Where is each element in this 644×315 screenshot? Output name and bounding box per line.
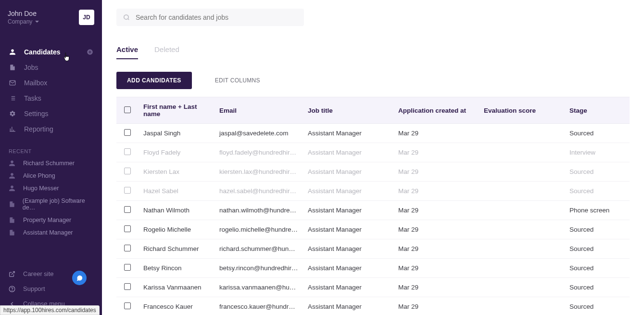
row-checkbox[interactable] bbox=[124, 168, 131, 174]
avatar[interactable]: JD bbox=[79, 10, 94, 25]
sidebar-item-candidates[interactable]: Candidates bbox=[0, 44, 102, 60]
sidebar-item-jobs[interactable]: Jobs bbox=[0, 60, 102, 75]
row-checkbox-cell bbox=[116, 297, 139, 315]
cell-job[interactable]: Assistant Manager bbox=[303, 162, 393, 182]
table-row[interactable]: Karissa Vanmaanen karissa.vanmaanen@hund… bbox=[116, 278, 630, 297]
cell-job[interactable]: Assistant Manager bbox=[303, 297, 393, 315]
cell-name[interactable]: Floyd Fadely bbox=[139, 143, 215, 162]
cell-email[interactable]: hazel.sabel@hundredhires.… bbox=[215, 182, 303, 201]
table-row[interactable]: Rogelio Michelle rogelio.michelle@hundre… bbox=[116, 220, 630, 239]
mail-icon bbox=[9, 79, 16, 86]
row-checkbox[interactable] bbox=[124, 264, 131, 271]
cell-job[interactable]: Assistant Manager bbox=[303, 278, 393, 297]
cell-name[interactable]: Hazel Sabel bbox=[139, 182, 215, 201]
sidebar-item-settings[interactable]: Settings bbox=[0, 106, 102, 121]
add-candidates-button[interactable]: ADD CANDIDATES bbox=[116, 72, 192, 89]
col-email[interactable]: Email bbox=[215, 97, 303, 124]
cell-job[interactable]: Assistant Manager bbox=[303, 201, 393, 220]
cell-name[interactable]: Nathan Wilmoth bbox=[139, 201, 215, 220]
cell-email[interactable]: betsy.rincon@hundredhire… bbox=[215, 259, 303, 278]
cell-job[interactable]: Assistant Manager bbox=[303, 220, 393, 239]
table-row[interactable]: Francesco Kauer francesco.kauer@hundred…… bbox=[116, 297, 630, 315]
search-box[interactable] bbox=[116, 9, 304, 26]
actions-bar: ADD CANDIDATES EDIT COLUMNS bbox=[102, 59, 644, 97]
table-row[interactable]: Jaspal Singh jaspal@savedelete.com Assis… bbox=[116, 124, 630, 143]
col-eval[interactable]: Evaluation score bbox=[479, 97, 565, 124]
cell-name[interactable]: Betsy Rincon bbox=[139, 259, 215, 278]
career-site-link[interactable]: Career site bbox=[0, 266, 102, 281]
table-row[interactable]: Nathan Wilmoth nathan.wilmoth@hundred… A… bbox=[116, 201, 630, 220]
row-checkbox[interactable] bbox=[124, 187, 131, 194]
sidebar-item-tasks[interactable]: Tasks bbox=[0, 91, 102, 106]
cell-job[interactable]: Assistant Manager bbox=[303, 239, 393, 259]
sidebar-item-mailbox[interactable]: Mailbox bbox=[0, 75, 102, 91]
row-checkbox[interactable] bbox=[124, 283, 131, 290]
chat-widget[interactable] bbox=[72, 271, 87, 285]
file-icon bbox=[9, 229, 16, 236]
select-all-checkbox[interactable] bbox=[124, 106, 131, 113]
cell-email[interactable]: rogelio.michelle@hundred… bbox=[215, 220, 303, 239]
cell-eval bbox=[479, 182, 565, 201]
tab-active[interactable]: Active bbox=[116, 45, 138, 59]
row-checkbox[interactable] bbox=[124, 245, 131, 251]
row-checkbox[interactable] bbox=[124, 148, 131, 155]
cell-name[interactable]: Kiersten Lax bbox=[139, 162, 215, 182]
row-checkbox[interactable] bbox=[124, 225, 131, 232]
cell-name[interactable]: Karissa Vanmaanen bbox=[139, 278, 215, 297]
cell-email[interactable]: floyd.fadely@hundredhire… bbox=[215, 143, 303, 162]
add-icon[interactable] bbox=[87, 49, 93, 55]
cell-date: Mar 29 bbox=[393, 182, 479, 201]
col-date[interactable]: Application created at bbox=[393, 97, 479, 124]
user-icon bbox=[9, 160, 16, 167]
recent-item[interactable]: Richard Schummer bbox=[0, 157, 102, 170]
cell-job[interactable]: Assistant Manager bbox=[303, 182, 393, 201]
table-row[interactable]: Richard Schummer richard.schummer@hundr…… bbox=[116, 239, 630, 259]
col-stage[interactable]: Stage bbox=[565, 97, 630, 124]
recent-item[interactable]: Assistant Manager bbox=[0, 226, 102, 239]
bar-chart-icon bbox=[9, 126, 16, 132]
cell-stage: Interview bbox=[565, 143, 630, 162]
row-checkbox[interactable] bbox=[124, 302, 131, 309]
table-row[interactable]: Kiersten Lax kiersten.lax@hundredhires… … bbox=[116, 162, 630, 182]
cell-job[interactable]: Assistant Manager bbox=[303, 259, 393, 278]
cell-job[interactable]: Assistant Manager bbox=[303, 124, 393, 143]
recent-item[interactable]: Property Manager bbox=[0, 214, 102, 226]
cell-name[interactable]: Richard Schummer bbox=[139, 239, 215, 259]
file-icon bbox=[9, 64, 16, 71]
recent-item[interactable]: (Example job) Software de… bbox=[0, 195, 102, 214]
row-checkbox-cell bbox=[116, 124, 139, 143]
cell-date: Mar 29 bbox=[393, 297, 479, 315]
cell-email[interactable]: nathan.wilmoth@hundred… bbox=[215, 201, 303, 220]
tab-deleted[interactable]: Deleted bbox=[154, 45, 179, 59]
col-name[interactable]: First name + Last name bbox=[139, 97, 215, 124]
user-company-dropdown[interactable]: Company bbox=[8, 18, 39, 25]
cell-email[interactable]: kiersten.lax@hundredhires… bbox=[215, 162, 303, 182]
list-icon bbox=[9, 95, 16, 102]
table-row[interactable]: Floyd Fadely floyd.fadely@hundredhire… A… bbox=[116, 143, 630, 162]
recent-item[interactable]: Hugo Messer bbox=[0, 182, 102, 195]
user-info[interactable]: John Doe Company bbox=[8, 10, 39, 25]
cell-job[interactable]: Assistant Manager bbox=[303, 143, 393, 162]
cell-eval bbox=[479, 278, 565, 297]
candidates-table: First name + Last name Email Job title A… bbox=[116, 97, 630, 315]
table-row[interactable]: Hazel Sabel hazel.sabel@hundredhires.… A… bbox=[116, 182, 630, 201]
cell-email[interactable]: richard.schummer@hundr… bbox=[215, 239, 303, 259]
cell-stage: Sourced bbox=[565, 124, 630, 143]
row-checkbox-cell bbox=[116, 239, 139, 259]
cell-email[interactable]: jaspal@savedelete.com bbox=[215, 124, 303, 143]
col-job[interactable]: Job title bbox=[303, 97, 393, 124]
cell-email[interactable]: karissa.vanmaanen@hund… bbox=[215, 278, 303, 297]
edit-columns-button[interactable]: EDIT COLUMNS bbox=[215, 77, 260, 84]
row-checkbox[interactable] bbox=[124, 129, 131, 136]
sidebar-item-reporting[interactable]: Reporting bbox=[0, 121, 102, 137]
row-checkbox[interactable] bbox=[124, 206, 131, 213]
cell-email[interactable]: francesco.kauer@hundred… bbox=[215, 297, 303, 315]
table-row[interactable]: Betsy Rincon betsy.rincon@hundredhire… A… bbox=[116, 259, 630, 278]
recent-item[interactable]: Alice Phong bbox=[0, 170, 102, 182]
support-link[interactable]: Support bbox=[0, 281, 102, 296]
search-input[interactable] bbox=[136, 13, 297, 21]
cell-name[interactable]: Jaspal Singh bbox=[139, 124, 215, 143]
cell-name[interactable]: Francesco Kauer bbox=[139, 297, 215, 315]
tabs: Active Deleted bbox=[102, 31, 644, 59]
cell-name[interactable]: Rogelio Michelle bbox=[139, 220, 215, 239]
